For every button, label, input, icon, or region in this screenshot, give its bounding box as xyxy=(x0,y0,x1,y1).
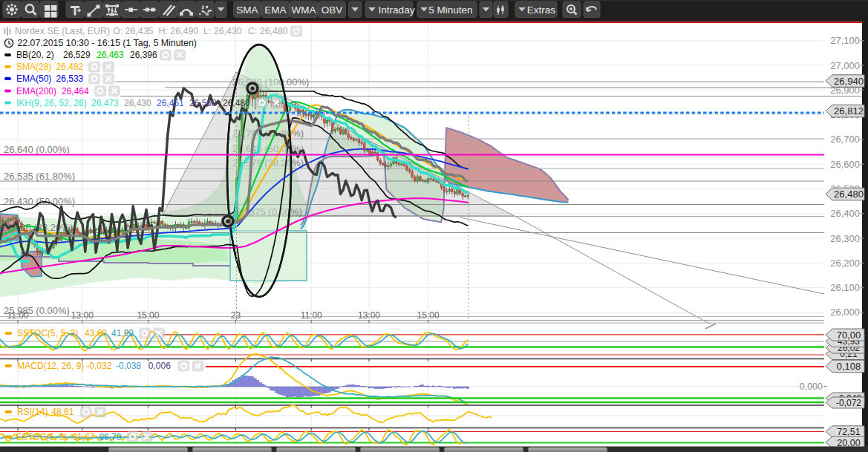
svg-text:26,568: 26,568 xyxy=(189,98,217,108)
svg-text:EMA(200): EMA(200) xyxy=(16,86,56,96)
svg-text:WMA: WMA xyxy=(292,4,316,16)
svg-text:26,400: 26,400 xyxy=(830,208,860,219)
svg-text:0,000: 0,000 xyxy=(800,381,823,392)
svg-text:26,396: 26,396 xyxy=(130,50,157,60)
svg-text:-0,072: -0,072 xyxy=(836,398,861,408)
svg-text:26,640 (0.00%): 26,640 (0.00%) xyxy=(4,144,70,155)
svg-text:26,300: 26,300 xyxy=(830,233,860,244)
svg-text:C: 26,480: C: 26,480 xyxy=(248,26,288,36)
svg-text:0,006: 0,006 xyxy=(149,361,171,371)
svg-text:SSTOC(5, 5, 3): SSTOC(5, 5, 3) xyxy=(17,328,78,338)
svg-text:26,812: 26,812 xyxy=(834,105,864,117)
svg-text:SMA(28): SMA(28) xyxy=(16,62,51,72)
svg-text:72,51: 72,51 xyxy=(837,427,860,437)
svg-text:0,108: 0,108 xyxy=(837,361,861,372)
svg-text:Intraday: Intraday xyxy=(379,4,415,16)
svg-text:L: 26,430: L: 26,430 xyxy=(203,26,242,36)
svg-text:26,451: 26,451 xyxy=(157,98,184,108)
svg-text:Extras: Extras xyxy=(527,4,556,16)
svg-text:27,100: 27,100 xyxy=(830,35,860,46)
svg-text:13:00: 13:00 xyxy=(71,310,94,321)
svg-text:43,60: 43,60 xyxy=(85,328,107,338)
svg-text:-0,038: -0,038 xyxy=(116,361,141,371)
svg-text:-0,032: -0,032 xyxy=(86,361,111,371)
svg-text:26,480: 26,480 xyxy=(223,98,250,108)
svg-text:15:00: 15:00 xyxy=(417,310,440,321)
svg-text:26,535 (61.80%): 26,535 (61.80%) xyxy=(4,171,75,182)
svg-text:15:00: 15:00 xyxy=(137,310,159,321)
svg-text:Nordex SE (Last, EUR): Nordex SE (Last, EUR) xyxy=(15,26,110,36)
svg-text:26,482: 26,482 xyxy=(56,62,84,72)
svg-text:OBV: OBV xyxy=(322,4,343,16)
svg-text:5 Minuten: 5 Minuten xyxy=(428,4,472,16)
svg-text:11:00: 11:00 xyxy=(7,310,28,321)
svg-text:27,000: 27,000 xyxy=(830,60,860,71)
svg-text:48,61: 48,61 xyxy=(51,407,74,417)
svg-text:IKH(9, 26, 52, 26): IKH(9, 26, 52, 26) xyxy=(16,98,87,108)
svg-text:26,463: 26,463 xyxy=(97,50,124,60)
svg-text:20,00: 20,00 xyxy=(837,438,860,448)
svg-text:26,529: 26,529 xyxy=(63,50,91,60)
svg-text:H: 26,490: H: 26,490 xyxy=(159,26,199,36)
svg-text:70,00: 70,00 xyxy=(837,330,861,341)
svg-text:RSI(14): RSI(14) xyxy=(17,407,48,417)
svg-text:EMA(50): EMA(50) xyxy=(16,73,51,84)
svg-text:EMA: EMA xyxy=(264,4,286,16)
svg-text:26,000: 26,000 xyxy=(830,307,860,318)
svg-text:26,940: 26,940 xyxy=(834,76,864,87)
svg-text:26,100: 26,100 xyxy=(830,282,860,293)
svg-text:26,464: 26,464 xyxy=(62,86,89,96)
svg-text:O: 26,435: O: 26,435 xyxy=(113,26,154,36)
svg-text:66,79: 66,79 xyxy=(99,432,121,442)
svg-text:26,430: 26,430 xyxy=(124,98,151,108)
svg-text:22.07.2015 10:30 - 16:15 (1 Ta: 22.07.2015 10:30 - 16:15 (1 Tag, 5 Minut… xyxy=(17,38,197,48)
svg-text:SMA: SMA xyxy=(236,4,258,16)
svg-text:41,99: 41,99 xyxy=(111,328,134,338)
svg-text:26,533: 26,533 xyxy=(56,73,84,84)
svg-text:26,700: 26,700 xyxy=(830,134,860,145)
svg-text:26,480: 26,480 xyxy=(834,189,864,200)
svg-text:23: 23 xyxy=(231,310,241,321)
svg-text:26,473: 26,473 xyxy=(91,98,119,108)
svg-text:FSTOC(5, 3): FSTOC(5, 3) xyxy=(16,432,67,442)
svg-text:13:00: 13:00 xyxy=(358,310,380,321)
svg-text:26,600: 26,600 xyxy=(830,159,860,170)
svg-text:11:00: 11:00 xyxy=(301,310,322,321)
svg-text:BB(20, 2): BB(20, 2) xyxy=(16,50,54,60)
svg-text:26,430 (50.00%): 26,430 (50.00%) xyxy=(4,196,75,207)
svg-text:91,67: 91,67 xyxy=(73,432,95,442)
svg-text:MACD(12, 26, 9): MACD(12, 26, 9) xyxy=(17,361,84,371)
svg-text:26,200: 26,200 xyxy=(830,258,860,269)
